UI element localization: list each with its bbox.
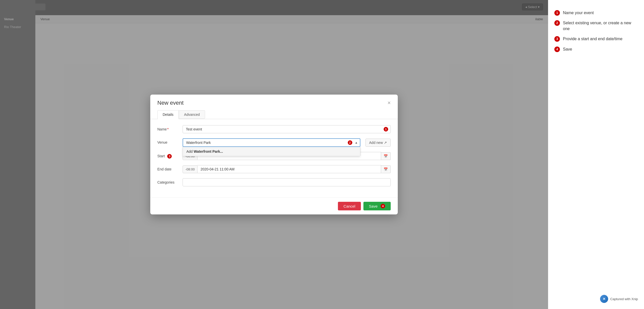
start-calendar-button[interactable]: 📅 [381, 152, 391, 160]
end-calendar-button[interactable]: 📅 [381, 165, 391, 173]
name-form-group: Name* 1 [157, 125, 391, 133]
tab-details[interactable]: Details [157, 110, 179, 119]
cancel-button[interactable]: Cancel [338, 202, 361, 210]
modal-tabs: Details Advanced [150, 106, 398, 119]
tab-advanced[interactable]: Advanced [179, 110, 205, 119]
modal-footer: Cancel Save 4 [150, 197, 398, 214]
step-1-text: Name your event [563, 10, 594, 16]
modal-overlay: New event × Details Advanced Name* 1 [0, 0, 548, 309]
modal-dialog: New event × Details Advanced Name* 1 [150, 95, 398, 214]
external-link-icon: ↗ [384, 141, 387, 145]
add-new-button[interactable]: Add new ↗ [365, 139, 391, 147]
modal-body: Name* 1 Venue 2 [150, 119, 398, 197]
step-3: 3 Provide a start and end date/time [554, 36, 638, 42]
name-label: Name* [157, 125, 183, 131]
modal-close-button[interactable]: × [387, 100, 391, 106]
start-label: Start 3 [157, 152, 183, 159]
venue-dropdown: Add Waterfront Park... [183, 147, 360, 156]
step-4-badge: 4 [554, 47, 560, 52]
right-panel: 1 Name your event 2 Select existing venu… [548, 0, 644, 309]
venue-dropdown-bold: Waterfront Park... [194, 149, 223, 153]
venue-form-group: Venue 2 ▲ Add Waterfront Park... [157, 138, 391, 147]
venue-badge: 2 [348, 140, 352, 145]
venue-label: Venue [157, 138, 183, 144]
end-timezone: -08:00 [183, 165, 197, 173]
xnip-badge: ✕ Captured with Xnip [600, 295, 638, 303]
xnip-icon: ✕ [600, 295, 608, 303]
venue-dropdown-item[interactable]: Add Waterfront Park... [183, 147, 360, 156]
modal-title: New event [157, 100, 184, 106]
end-form-group: End date -08:00 📅 [157, 165, 391, 173]
step-3-text: Provide a start and end date/time [563, 36, 623, 42]
calendar-icon-end: 📅 [384, 167, 388, 171]
step-2-badge: 2 [554, 20, 560, 26]
save-badge: 4 [381, 204, 385, 208]
steps-list: 1 Name your event 2 Select existing venu… [554, 10, 638, 52]
step-1: 1 Name your event [554, 10, 638, 16]
calendar-icon: 📅 [384, 154, 388, 158]
modal-header: New event × [150, 95, 398, 106]
step-4-text: Save [563, 47, 572, 52]
name-badge: 1 [384, 127, 388, 131]
categories-label: Categories [157, 178, 183, 184]
required-star: * [167, 127, 168, 131]
step-2-text: Select existing venue, or create a new o… [563, 20, 638, 32]
categories-input[interactable] [183, 178, 391, 186]
venue-input-wrapper: 2 ▲ Add Waterfront Park... [183, 138, 360, 147]
start-badge: 3 [167, 154, 172, 159]
end-date-wrapper: -08:00 📅 [183, 165, 391, 173]
save-button[interactable]: Save 4 [363, 202, 391, 210]
step-1-badge: 1 [554, 10, 560, 16]
xnip-label: Captured with Xnip [610, 297, 638, 301]
categories-form-group: Categories [157, 178, 391, 186]
name-input[interactable] [183, 125, 391, 133]
end-label: End date [157, 165, 183, 171]
venue-input[interactable] [183, 138, 360, 147]
step-4: 4 Save [554, 47, 638, 52]
end-date-input[interactable] [197, 165, 381, 173]
step-3-badge: 3 [554, 36, 560, 42]
step-2: 2 Select existing venue, or create a new… [554, 20, 638, 32]
